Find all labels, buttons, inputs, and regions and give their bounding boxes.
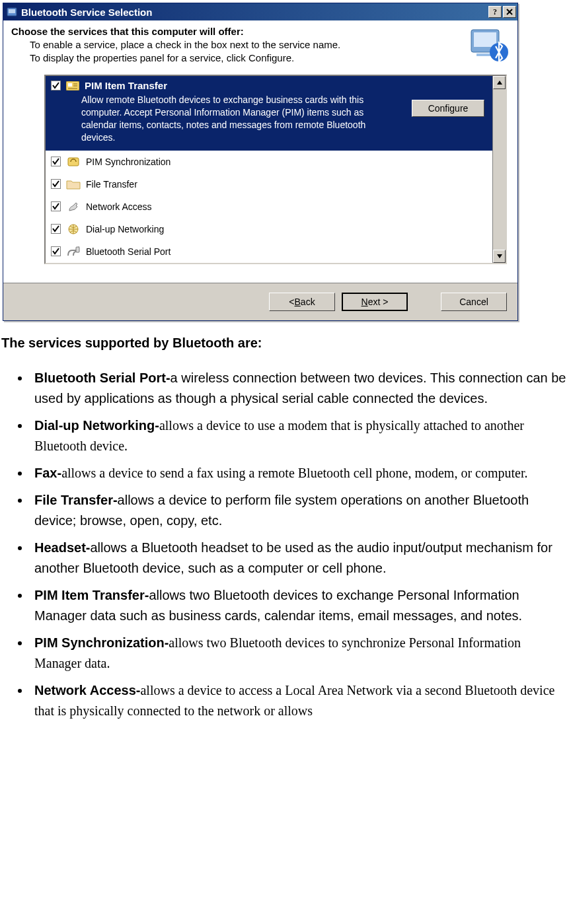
dialog-body: Choose the services that this computer w… [3,20,517,283]
doc-item: File Transfer-allows a device to perform… [30,490,568,531]
folder-icon [66,178,81,190]
serial-icon [66,246,81,258]
service-name: Bluetooth Serial Port [86,246,171,257]
service-item-selected[interactable]: PIM Item Transfer Allow remote Bluetooth… [46,76,492,151]
document-text: The services supported by Bluetooth are:… [0,321,571,721]
svg-rect-1 [9,9,15,13]
checkmark-icon [52,180,59,188]
doc-item: Dial-up Networking-allows a device to us… [30,415,568,456]
service-item[interactable]: File Transfer [46,173,492,195]
svg-rect-5 [474,32,496,47]
service-item[interactable]: Bluetooth Serial Port [46,240,492,263]
plug-icon [66,201,81,213]
service-checkbox[interactable] [51,201,61,211]
doc-item: Bluetooth Serial Port-a wireless connect… [30,368,568,409]
service-name: File Transfer [86,179,137,190]
doc-lead: The services supported by Bluetooth are: [1,333,568,353]
service-name: Network Access [86,201,152,212]
service-checkbox[interactable] [51,224,61,234]
configure-button[interactable]: Configure [412,100,484,117]
cancel-button[interactable]: Cancel [441,293,507,311]
titlebar: Bluetooth Service Selection ? [3,3,517,20]
dialog-heading: Choose the services that this computer w… [11,26,462,37]
checkmark-icon [52,82,59,89]
service-checkbox[interactable] [51,246,61,256]
scroll-down-button[interactable] [493,250,506,263]
close-icon [506,9,513,15]
globe-icon [66,223,81,235]
checkmark-icon [52,203,59,210]
svg-marker-17 [497,254,502,258]
checkmark-icon [52,158,59,165]
service-checkbox[interactable] [51,157,61,166]
service-list: PIM Item Transfer Allow remote Bluetooth… [44,75,507,264]
sync-icon [66,156,81,168]
doc-item: Fax-allows a device to send a fax using … [30,463,568,483]
service-name: Dial-up Networking [86,224,164,234]
checkmark-icon [52,248,59,255]
service-item[interactable]: Dial-up Networking [46,218,492,240]
bluetooth-app-icon [6,6,18,18]
doc-item: PIM Synchronization-allows two Bluetooth… [30,633,568,674]
svg-rect-15 [76,247,79,252]
help-button[interactable]: ? [488,6,502,18]
svg-marker-16 [497,81,502,85]
doc-item: Headset-allows a Bluetooth headset to be… [30,538,568,579]
chevron-up-icon [497,81,502,85]
service-item[interactable]: PIM Synchronization [46,151,492,173]
doc-list: Bluetooth Serial Port-a wireless connect… [30,368,568,721]
svg-rect-9 [68,83,72,87]
service-item[interactable]: Network Access [46,195,492,218]
bluetooth-computer-icon [467,26,510,65]
service-name: PIM Item Transfer [85,80,167,91]
service-checkbox[interactable] [51,179,61,189]
dialog-window: Bluetooth Service Selection ? Choose the… [3,3,518,321]
card-icon [66,81,79,91]
scroll-up-button[interactable] [493,76,506,89]
window-title: Bluetooth Service Selection [21,7,488,18]
doc-item: PIM Item Transfer-allows two Bluetooth d… [30,585,568,626]
back-button[interactable]: < Back [269,293,335,311]
next-button[interactable]: Next > [342,293,408,311]
dialog-subtext-2: To display the properties panel for a se… [30,52,462,65]
dialog-subtext-1: To enable a service, place a check in th… [30,38,462,52]
doc-item: Network Access-allows a device to access… [30,680,568,721]
close-button[interactable] [503,6,516,18]
checkmark-icon [52,225,59,232]
scrollbar[interactable] [492,76,506,263]
service-name: PIM Synchronization [86,157,171,167]
dialog-footer: < Back Next > Cancel [3,283,517,320]
service-checkbox[interactable] [51,81,61,90]
chevron-down-icon [497,254,502,258]
